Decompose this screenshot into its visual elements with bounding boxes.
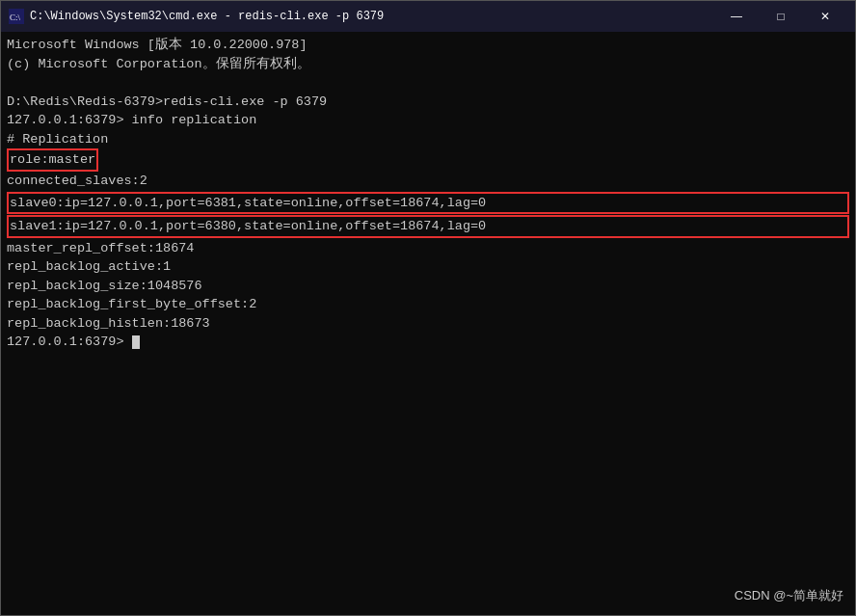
- line-blank1: [7, 73, 849, 93]
- line-master-repl-offset: master_repl_offset:18674: [7, 239, 849, 258]
- cmd-icon: C:\: [9, 9, 24, 24]
- maximize-button[interactable]: □: [759, 1, 803, 32]
- line-win-ver: Microsoft Windows [版本 10.0.22000.978]: [7, 36, 849, 55]
- line-role: role:master: [7, 148, 849, 172]
- watermark: CSDN @~简单就好: [735, 587, 843, 605]
- minimize-button[interactable]: —: [714, 1, 759, 32]
- line-connected-slaves: connected_slaves:2: [7, 172, 849, 191]
- line-replication-hdr: # Replication: [7, 130, 849, 149]
- window-title: C:\Windows\System32\cmd.exe - redis-cli.…: [30, 10, 709, 23]
- line-info-cmd: 127.0.0.1:6379> info replication: [7, 111, 849, 130]
- titlebar: C:\ C:\Windows\System32\cmd.exe - redis-…: [1, 1, 855, 32]
- close-button[interactable]: ✕: [803, 1, 847, 32]
- line-repl-backlog-first: repl_backlog_first_byte_offset:2: [7, 295, 849, 314]
- window: C:\ C:\Windows\System32\cmd.exe - redis-…: [0, 0, 856, 616]
- svg-text:C:\: C:\: [10, 13, 21, 22]
- slave1-highlight-box: slave1:ip=127.0.0.1,port=6380,state=onli…: [7, 215, 849, 238]
- terminal-content[interactable]: Microsoft Windows [版本 10.0.22000.978] (c…: [1, 32, 855, 615]
- window-controls: — □ ✕: [714, 1, 847, 32]
- line-copyright: (c) Microsoft Corporation。保留所有权利。: [7, 55, 849, 74]
- line-repl-backlog-active: repl_backlog_active:1: [7, 257, 849, 277]
- role-highlight-box: role:master: [7, 148, 98, 172]
- line-repl-backlog-size: repl_backlog_size:1048576: [7, 277, 849, 296]
- line-repl-backlog-histlen: repl_backlog_histlen:18673: [7, 314, 849, 334]
- slave0-highlight-box: slave0:ip=127.0.0.1,port=6381,state=onli…: [7, 192, 849, 215]
- line-prompt: 127.0.0.1:6379>: [7, 333, 849, 352]
- line-command-line: D:\Redis\Redis-6379>redis-cli.exe -p 637…: [7, 93, 849, 112]
- terminal-cursor: [132, 335, 140, 349]
